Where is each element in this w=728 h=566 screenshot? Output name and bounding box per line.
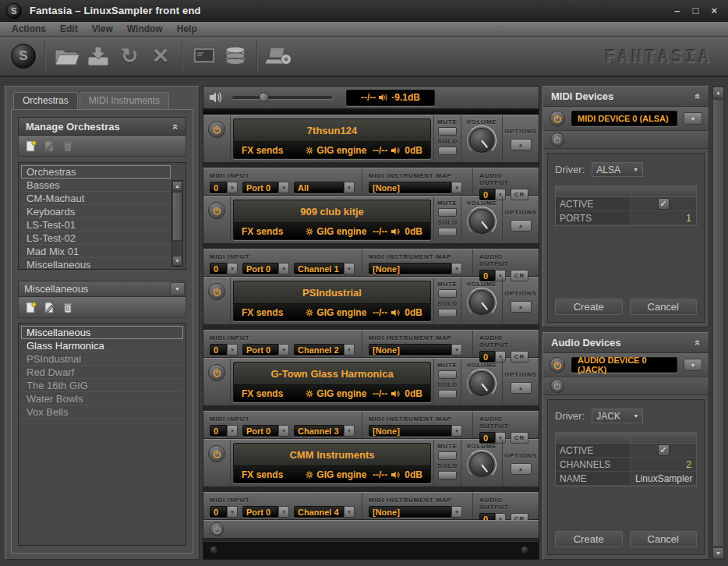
volume-knob[interactable] [469,209,494,234]
orchestra-list-item[interactable]: LS-Test-01 [21,218,171,232]
fx-sends-button[interactable]: FX sends [242,307,283,318]
volume-knob[interactable] [469,452,494,477]
power-icon[interactable] [550,379,564,393]
instruments-db-icon[interactable] [220,41,251,71]
cancel-button[interactable]: Cancel [630,299,698,315]
collapse-icon[interactable]: « [692,340,704,345]
ports-value[interactable]: 1 [631,211,696,225]
chevron-down-icon[interactable]: ▼ [170,282,185,295]
volume-knob[interactable] [469,128,494,153]
chevron-down-icon[interactable]: ▼ [451,263,462,274]
tab-orchestras[interactable]: Orchestras [13,92,78,109]
chevron-down-icon[interactable]: ▼ [278,182,289,193]
channel-instrument-name[interactable]: CMM Instruments [234,444,430,466]
mute-button[interactable] [438,127,457,136]
chevron-down-icon[interactable]: ▼ [451,425,462,437]
solo-button[interactable] [438,147,457,155]
chevron-down-icon[interactable]: ▼ [278,425,289,437]
menu-help[interactable]: Help [170,23,204,34]
channel-instrument-name[interactable]: 909 club kitje [234,200,430,223]
master-volume-slider[interactable] [232,96,332,99]
options-button[interactable]: ▲ [511,139,532,150]
chevron-down-icon[interactable]: ▼ [344,182,355,193]
engine-select[interactable]: GIG engine [306,469,366,480]
open-folder-icon[interactable] [51,41,83,71]
channel-power-button[interactable] [208,121,225,138]
instrument-list-item[interactable]: Water Bowls [21,392,183,405]
scrollbar-thumb[interactable] [712,99,724,547]
instrument-list-item[interactable]: Miscellaneous [21,326,183,339]
edit-orchestra-button[interactable] [44,140,55,152]
instrument-list-item[interactable]: The 16th GIG [21,379,183,392]
chevron-down-icon[interactable]: ▼ [278,344,289,356]
scroll-up-icon[interactable]: ▲ [712,87,724,98]
fantasia-logo-icon[interactable]: S [8,41,39,71]
chevron-down-icon[interactable]: ▼ [451,344,462,356]
midi-device-select[interactable]: 0 ▼ [210,506,238,518]
refresh-icon[interactable]: ↻ [114,41,145,71]
menu-window[interactable]: Window [120,23,170,34]
solo-button[interactable] [438,309,457,317]
chevron-down-icon[interactable]: ▼ [278,263,289,274]
chevron-down-icon[interactable]: ▼ [344,263,355,274]
channel-power-button[interactable] [208,364,225,381]
new-instrument-button[interactable] [25,302,37,313]
scroll-down-icon[interactable]: ▼ [712,547,724,559]
new-orchestra-button[interactable] [25,140,37,152]
midi-channel-select[interactable]: Channel 4 ▼ [294,506,355,518]
export-save-icon[interactable] [83,41,114,71]
chevron-down-icon[interactable]: ▼ [227,263,238,274]
power-icon[interactable] [550,133,564,147]
channel-instrument-name[interactable]: PSIndustrial [234,281,430,304]
midi-channel-select[interactable]: All ▼ [294,182,355,193]
tab-midi-instruments[interactable]: MIDI Instruments [80,92,169,109]
orchestra-list-item[interactable]: CM-Machaut [21,192,171,205]
chevron-down-icon[interactable]: ▼ [278,506,289,518]
chevron-down-icon[interactable]: ▼ [684,112,702,125]
volume-knob[interactable] [469,290,494,315]
scroll-down-icon[interactable]: ▼ [172,256,182,266]
channel-power-button[interactable] [208,283,225,300]
orchestra-list-item[interactable]: LS-Test-02 [21,232,171,245]
engine-select[interactable]: GIG engine [306,145,366,156]
options-button[interactable]: ▲ [511,463,532,475]
channel-instrument-name[interactable]: G-Town Glass Harmonica [234,363,430,385]
fx-sends-button[interactable]: FX sends [242,469,283,480]
midi-port-select[interactable]: Port 0 ▼ [242,506,289,518]
active-checkbox[interactable]: ✓ [658,444,670,456]
midi-channel-select[interactable]: Channel 2 ▼ [294,344,355,356]
engine-select[interactable]: GIG engine [306,226,366,237]
solo-button[interactable] [438,390,457,398]
chevron-down-icon[interactable]: ▼ [344,506,355,518]
minimize-button[interactable]: – [674,5,680,16]
orchestra-list-item[interactable]: Mad Mix 01 [21,245,171,258]
orchestra-list-item[interactable]: Orchestras [21,165,171,179]
solo-button[interactable] [438,471,457,479]
reset-icon[interactable]: ✕ [145,41,176,71]
orchestra-list-item[interactable]: Miscellaneous [21,258,171,271]
instrument-map-select[interactable]: [None] ▼ [369,182,462,193]
midi-port-select[interactable]: Port 0 ▼ [242,182,289,193]
orchestra-list-item[interactable]: Basses [21,179,171,192]
chevron-down-icon[interactable]: ▼ [227,506,238,518]
edit-instrument-button[interactable] [44,302,55,313]
create-button[interactable]: Create [555,531,623,547]
midi-driver-select[interactable]: ALSA ▼ [592,162,643,177]
orchestra-list-item[interactable]: Keyboards [21,205,171,218]
orchestra-select[interactable]: Miscellaneous ▼ [18,281,186,297]
midi-device-select[interactable]: 0 ▼ [210,182,238,193]
sampler-settings-icon[interactable] [263,41,295,71]
console-icon[interactable] [189,41,220,71]
scrollbar-thumb[interactable] [172,192,182,241]
chevron-down-icon[interactable]: ▼ [344,344,355,356]
mute-button[interactable] [438,451,457,460]
midi-device-select[interactable]: 0 ▼ [210,344,238,356]
instrument-list-item[interactable]: Glass Harmonica [21,339,183,352]
chevron-down-icon[interactable]: ▼ [227,182,238,193]
options-button[interactable]: ▲ [511,220,532,232]
fx-sends-button[interactable]: FX sends [242,226,283,237]
chevron-down-icon[interactable]: ▼ [227,344,238,356]
collapse-icon[interactable]: « [692,94,704,99]
delete-orchestra-button[interactable] [62,140,73,152]
instrument-map-select[interactable]: [None] ▼ [369,506,462,518]
